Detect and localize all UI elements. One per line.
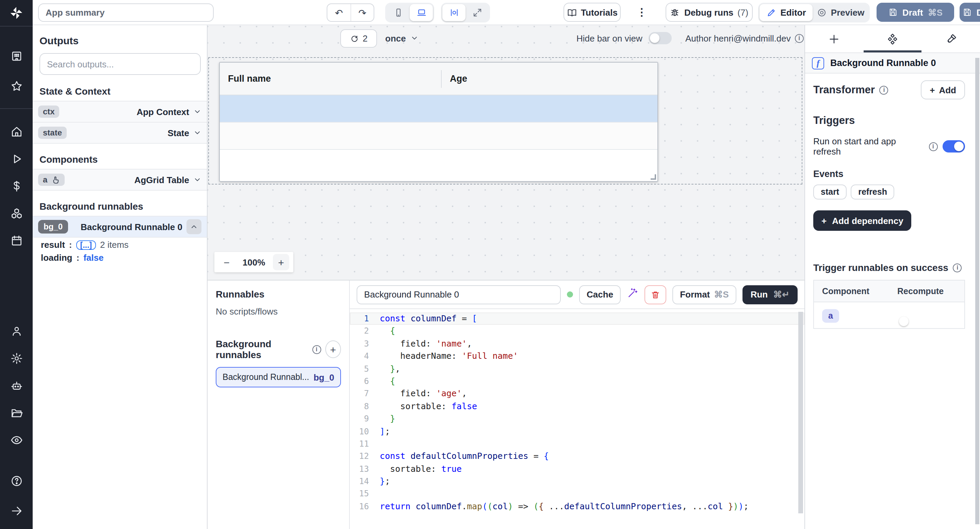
delete-runnable-button[interactable] — [644, 285, 666, 304]
refresh-count: 2 — [363, 33, 368, 43]
frequency-dropdown[interactable]: once — [385, 33, 419, 43]
code-line[interactable]: 6 { — [350, 375, 804, 388]
add-dependency-button[interactable]: + Add dependency — [813, 210, 912, 231]
info-icon[interactable]: i — [953, 263, 962, 272]
tab-component-settings[interactable] — [863, 25, 921, 53]
event-chip-refresh[interactable]: refresh — [851, 185, 894, 199]
folder-browse-icon[interactable] — [0, 401, 33, 424]
robot-workers-icon[interactable] — [0, 374, 33, 397]
code-line[interactable]: 9 } — [350, 413, 804, 425]
table-header-row: Full name Age — [220, 63, 657, 95]
home-icon[interactable] — [0, 120, 33, 143]
code-text: } — [369, 413, 395, 425]
play-runs-icon[interactable] — [0, 147, 33, 170]
center-align-button[interactable] — [442, 4, 466, 21]
code-line[interactable]: 10]; — [350, 425, 804, 438]
runnable-list-item[interactable]: Background Runnabl... bg_0 — [216, 367, 341, 387]
windmill-logo[interactable] — [0, 0, 33, 26]
refresh-count-box[interactable]: 2 — [340, 29, 377, 47]
table-row[interactable] — [220, 95, 657, 123]
run-on-start-toggle[interactable] — [942, 140, 965, 153]
info-icon[interactable]: i — [795, 34, 804, 43]
desktop-view-button[interactable] — [410, 4, 433, 21]
panel-scrollbar[interactable] — [975, 58, 979, 524]
table-row[interactable] — [220, 123, 657, 150]
result-row[interactable]: result : [...] 2 items — [33, 237, 207, 250]
calendar-schedules-icon[interactable] — [0, 229, 33, 252]
code-line[interactable]: 7 field: 'age', — [350, 388, 804, 400]
component-a-type-label: AgGrid Table — [134, 175, 189, 185]
code-line[interactable]: 11 — [350, 438, 804, 450]
chevron-down-icon[interactable] — [193, 108, 202, 116]
user-account-icon[interactable] — [0, 319, 33, 343]
arrow-expand-icon[interactable] — [0, 499, 33, 522]
info-icon[interactable]: i — [880, 86, 888, 94]
chevron-down-icon[interactable] — [193, 129, 202, 137]
code-line[interactable]: 12const defaultColumnProperties = { — [350, 450, 804, 463]
app-canvas[interactable]: 2 once Hide bar on view Author henri@win… — [208, 25, 804, 280]
code-line[interactable]: 3 field: 'name', — [350, 338, 804, 350]
help-circle-icon[interactable] — [0, 469, 33, 492]
runnable-name-input[interactable] — [356, 285, 561, 304]
run-button[interactable]: Run ⌘↵ — [743, 285, 798, 304]
column-header-age[interactable]: Age — [441, 70, 657, 88]
code-line[interactable]: 5 }, — [350, 363, 804, 375]
apps-building-icon[interactable] — [0, 44, 33, 67]
code-line[interactable]: 1const columnDef = [ — [350, 312, 804, 325]
tutorials-button[interactable]: Tutorials — [563, 3, 620, 22]
zoom-in-button[interactable]: + — [273, 254, 289, 270]
gear-settings-icon[interactable] — [0, 347, 33, 370]
component-a-badge[interactable]: a — [822, 309, 839, 323]
info-icon[interactable]: i — [929, 142, 937, 151]
event-chip-start[interactable]: start — [813, 185, 846, 199]
preview-tab[interactable]: Preview — [813, 4, 869, 21]
code-line[interactable]: 16return columnDef.map((col) => ({ ...de… — [350, 500, 804, 513]
collapse-button[interactable] — [186, 219, 202, 234]
loading-row[interactable]: loading : false — [33, 250, 207, 263]
code-line[interactable]: 2 { — [350, 325, 804, 338]
hide-bar-toggle[interactable] — [649, 32, 672, 44]
selected-grid-cell[interactable]: Full name Age — [208, 57, 802, 185]
mobile-view-button[interactable] — [387, 4, 410, 21]
deploy-button[interactable]: Deploy — [959, 3, 980, 22]
code-line[interactable]: 13 sortable: true — [350, 463, 804, 475]
expand-full-button[interactable] — [466, 4, 488, 21]
tab-insert-component[interactable] — [805, 25, 863, 53]
format-button[interactable]: Format ⌘S — [672, 285, 736, 304]
add-background-runnable-button[interactable]: + — [325, 340, 341, 358]
code-line[interactable]: 14}; — [350, 475, 804, 488]
aggrid-table-component[interactable]: Full name Age — [219, 62, 658, 182]
star-favorites-icon[interactable] — [0, 74, 33, 97]
code-line[interactable]: 4 headerName: 'Full name' — [350, 350, 804, 363]
cubes-resources-icon[interactable] — [0, 202, 33, 225]
info-icon[interactable]: i — [312, 345, 321, 354]
app-summary-input[interactable] — [38, 3, 214, 22]
editor-tab[interactable]: Editor — [759, 4, 813, 21]
output-row-bg0[interactable]: bg_0 Background Runnable 0 — [33, 216, 207, 237]
redo-button[interactable]: ↷ — [350, 4, 374, 21]
chevron-down-icon[interactable] — [193, 176, 202, 184]
column-header-full-name[interactable]: Full name — [220, 73, 441, 84]
debug-runs-button[interactable]: Debug runs (7) — [666, 3, 753, 22]
code-editor[interactable]: 1const columnDef = [2 {3 field: 'name',4… — [350, 309, 804, 529]
editor-scrollbar[interactable] — [798, 312, 803, 513]
array-expand-badge[interactable]: [...] — [76, 240, 96, 250]
tab-styling[interactable] — [922, 25, 980, 53]
resize-handle[interactable] — [651, 174, 656, 180]
draft-button[interactable]: Draft ⌘S — [877, 3, 954, 22]
code-line[interactable]: 8 sortable: false — [350, 400, 804, 413]
zoom-out-button[interactable]: − — [218, 254, 235, 270]
eye-audit-icon[interactable] — [0, 428, 33, 451]
more-menu-button[interactable]: ⋮ — [634, 3, 649, 22]
cache-button[interactable]: Cache — [579, 285, 620, 304]
code-line[interactable]: 15 — [350, 488, 804, 500]
undo-button[interactable]: ↶ — [327, 4, 350, 21]
search-outputs-input[interactable] — [40, 53, 201, 75]
output-row-state[interactable]: state State — [33, 122, 207, 143]
output-row-ctx[interactable]: ctx App Context — [33, 101, 207, 123]
ai-wand-button[interactable] — [627, 287, 638, 301]
outputs-title: Outputs — [33, 25, 207, 46]
add-transformer-button[interactable]: + Add — [921, 80, 965, 99]
output-row-component-a[interactable]: a AgGrid Table — [33, 169, 207, 191]
dollar-variables-icon[interactable] — [0, 174, 33, 198]
